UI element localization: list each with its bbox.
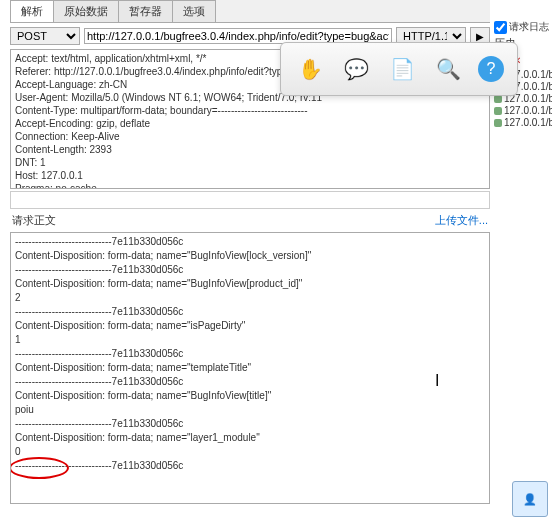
body-line: -----------------------------7e11b330d05… — [15, 235, 485, 249]
body-line: Content-Disposition: form-data; name="Bu… — [15, 249, 485, 263]
header-line: Content-Type: multipart/form-data; bound… — [15, 104, 485, 117]
header-line: Accept-Encoding: gzip, deflate — [15, 117, 485, 130]
note-icon[interactable]: 📄 — [386, 53, 418, 85]
header-line: Host: 127.0.0.1 — [15, 169, 485, 182]
header-line: Connection: Keep-Alive — [15, 130, 485, 143]
h-scrollbar[interactable] — [10, 191, 490, 209]
header-line: Pragma: no-cache — [15, 182, 485, 189]
body-line: Content-Disposition: form-data; name="la… — [15, 431, 485, 445]
status-dot-icon — [494, 119, 502, 127]
help-icon[interactable]: ? — [478, 56, 504, 82]
header-line: DNT: 1 — [15, 156, 485, 169]
body-label: 请求正文 — [12, 213, 56, 228]
history-item[interactable]: 127.0.0.1/bu — [494, 105, 552, 116]
tab-bar: 解析 原始数据 暂存器 选项 — [10, 0, 490, 23]
body-line: -----------------------------7e11b330d05… — [15, 375, 485, 389]
body-line: -----------------------------7e11b330d05… — [15, 417, 485, 431]
body-line: -----------------------------7e11b330d05… — [15, 263, 485, 277]
tab-parse[interactable]: 解析 — [10, 0, 54, 22]
tab-scratchpad[interactable]: 暂存器 — [118, 0, 173, 22]
text-cursor-icon: I — [435, 372, 439, 390]
body-line: -----------------------------7e11b330d05… — [15, 459, 485, 473]
chat-icon[interactable]: 💬 — [340, 53, 372, 85]
hand-icon[interactable]: ✋ — [294, 53, 326, 85]
floating-toolbar: ✋ 💬 📄 🔍 ? — [280, 42, 518, 96]
body-line: Content-Disposition: form-data; name="te… — [15, 361, 485, 375]
header-line: Content-Length: 2393 — [15, 143, 485, 156]
body-line: Content-Disposition: form-data; name="is… — [15, 319, 485, 333]
body-line: Content-Disposition: form-data; name="Bu… — [15, 277, 485, 291]
body-line: poiu — [15, 403, 485, 417]
zoom-icon[interactable]: 🔍 — [432, 53, 464, 85]
log-checkbox[interactable] — [494, 21, 507, 34]
body-line: -----------------------------7e11b330d05… — [15, 305, 485, 319]
upload-link[interactable]: 上传文件... — [435, 213, 488, 228]
log-checkbox-label: 请求日志 — [509, 20, 549, 34]
tab-options[interactable]: 选项 — [172, 0, 216, 22]
avatar[interactable]: 👤 — [512, 481, 548, 517]
method-select[interactable]: POST — [10, 27, 80, 45]
body-box[interactable]: -----------------------------7e11b330d05… — [10, 232, 490, 504]
tab-raw[interactable]: 原始数据 — [53, 0, 119, 22]
body-line: -----------------------------7e11b330d05… — [15, 347, 485, 361]
history-item[interactable]: 127.0.0.1/bu — [494, 117, 552, 128]
body-line: 0 — [15, 445, 485, 459]
body-line: Content-Disposition: form-data; name="Bu… — [15, 389, 485, 403]
status-dot-icon — [494, 107, 502, 115]
body-line: 2 — [15, 291, 485, 305]
body-line: 1 — [15, 333, 485, 347]
